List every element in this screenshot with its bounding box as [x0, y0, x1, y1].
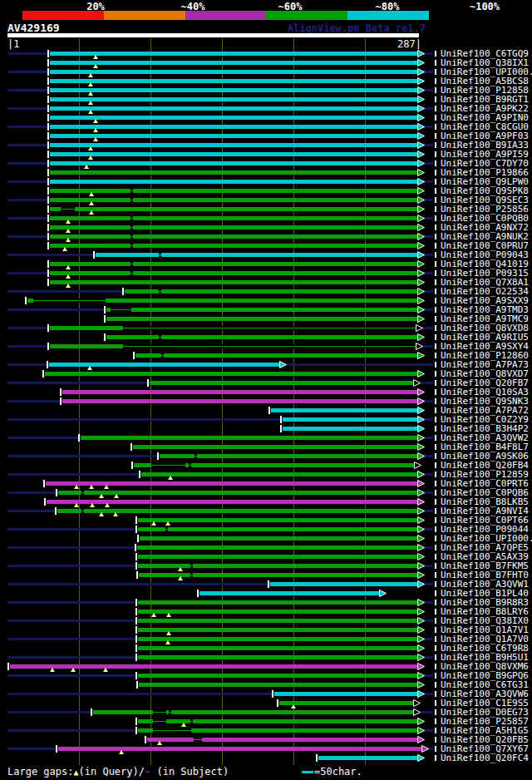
alignment-bar[interactable] [138, 719, 417, 723]
alignment-bar[interactable] [106, 308, 417, 312]
end-mark [435, 343, 436, 349]
alignment-bar[interactable] [50, 79, 417, 83]
alignment-bar[interactable] [96, 253, 417, 257]
alignment-bar[interactable] [50, 216, 417, 220]
alignment-bar[interactable] [50, 262, 417, 266]
end-mark [435, 435, 436, 441]
alignment-bar[interactable] [138, 518, 417, 522]
start-mark [47, 343, 49, 350]
alignment-bar[interactable] [50, 97, 417, 101]
alignment-bar[interactable] [150, 381, 413, 385]
alignment-bar[interactable] [50, 61, 417, 65]
alignment-bar[interactable] [46, 481, 417, 486]
alignment-plot: UniRef100_C6TGQ9UniRef100_Q38IX1UniRef10… [0, 0, 532, 780]
alignment-bar[interactable] [50, 225, 417, 230]
alignment-bar[interactable] [50, 271, 417, 275]
alignment-bar[interactable] [50, 207, 417, 211]
alignment-bar[interactable] [140, 536, 417, 541]
gap-thin-line [153, 712, 166, 713]
end-mark [435, 124, 436, 130]
alignment-bar[interactable] [133, 445, 417, 449]
alignment-bar[interactable] [135, 353, 417, 358]
alignment-bar[interactable] [50, 161, 417, 165]
end-mark [435, 673, 436, 679]
alignment-bar[interactable] [50, 106, 417, 111]
alignment-bar[interactable] [50, 70, 417, 74]
gap-tick [159, 289, 161, 294]
alignment-bar[interactable] [138, 628, 417, 632]
alignment-bar[interactable] [138, 619, 417, 623]
alignment-bar[interactable] [138, 646, 417, 650]
alignment-bar[interactable] [50, 152, 417, 156]
alignment-bar[interactable] [271, 408, 417, 412]
alignment-bar[interactable] [318, 756, 417, 760]
alignment-bar[interactable] [138, 655, 417, 659]
alignment-bar[interactable] [62, 399, 417, 403]
alignment-bar[interactable] [125, 289, 417, 294]
arrowhead-icon [416, 324, 424, 332]
end-mark [435, 554, 436, 560]
alignment-bar[interactable] [50, 116, 417, 120]
start-mark [135, 617, 137, 624]
alignment-bar[interactable] [50, 134, 417, 138]
alignment-bar[interactable] [49, 363, 279, 367]
alignment-bar[interactable] [50, 280, 417, 284]
arrowhead-icon [417, 754, 426, 762]
gap-thin-line [153, 721, 166, 722]
alignment-bar[interactable] [139, 683, 417, 687]
arrowhead-icon [417, 407, 426, 414]
alignment-bar[interactable] [138, 637, 417, 641]
alignment-bar[interactable] [57, 509, 417, 513]
alignment-bar[interactable] [50, 198, 417, 202]
gap-thin-line [123, 328, 416, 328]
end-mark [435, 179, 436, 185]
alignment-bar[interactable] [50, 52, 417, 56]
alignment-bar[interactable] [81, 436, 417, 440]
gap-triangle-icon [166, 613, 171, 617]
gap-tick [131, 262, 133, 266]
alignment-bar[interactable] [160, 454, 417, 458]
end-mark [435, 645, 436, 651]
alignment-bar[interactable] [50, 189, 417, 193]
alignment-bar[interactable] [50, 143, 417, 147]
alignment-bar[interactable] [58, 491, 417, 495]
alignment-bar[interactable] [200, 591, 379, 595]
alignment-bar[interactable] [274, 692, 417, 696]
alignment-bar[interactable] [283, 427, 417, 431]
alignment-bar[interactable] [50, 170, 417, 175]
alignment-bar[interactable] [58, 747, 421, 751]
hit-label[interactable]: UniRef100_Q20FC4 [441, 753, 529, 763]
alignment-bar[interactable] [137, 546, 417, 550]
arrowhead-icon [417, 297, 426, 304]
gap-triangle-icon [88, 101, 93, 105]
alignment-bar[interactable] [138, 600, 417, 605]
alignment-bar[interactable] [138, 610, 417, 614]
gap-thin-line [61, 209, 75, 210]
alignment-bar[interactable] [138, 555, 417, 559]
alignment-bar[interactable] [283, 417, 417, 422]
alignment-bar[interactable] [62, 390, 417, 394]
alignment-bar[interactable] [138, 527, 417, 531]
alignment-bar[interactable] [50, 244, 417, 248]
start-mark [47, 86, 49, 94]
arrowhead-icon [417, 151, 426, 158]
alignment-bar[interactable] [50, 234, 417, 239]
alignment-bar[interactable] [45, 372, 417, 376]
alignment-bar[interactable] [147, 738, 417, 742]
arrowhead-icon [417, 388, 426, 396]
alignment-bar[interactable] [106, 335, 417, 339]
alignment-bar[interactable] [270, 582, 417, 586]
alignment-bar[interactable] [50, 88, 417, 92]
alignment-bar[interactable] [47, 500, 417, 504]
end-mark [435, 654, 436, 660]
alignment-bar[interactable] [106, 317, 417, 321]
gap-triangle-icon [168, 476, 173, 480]
arrowhead-icon [413, 379, 421, 387]
alignment-bar[interactable] [50, 125, 417, 129]
alignment-bar[interactable] [138, 674, 417, 678]
alignment-bar[interactable] [279, 701, 413, 705]
alignment-bar[interactable] [50, 180, 417, 184]
alignment-bar[interactable] [93, 710, 413, 714]
alignment-bar[interactable] [141, 472, 417, 476]
gap-triangle-icon [89, 485, 94, 489]
